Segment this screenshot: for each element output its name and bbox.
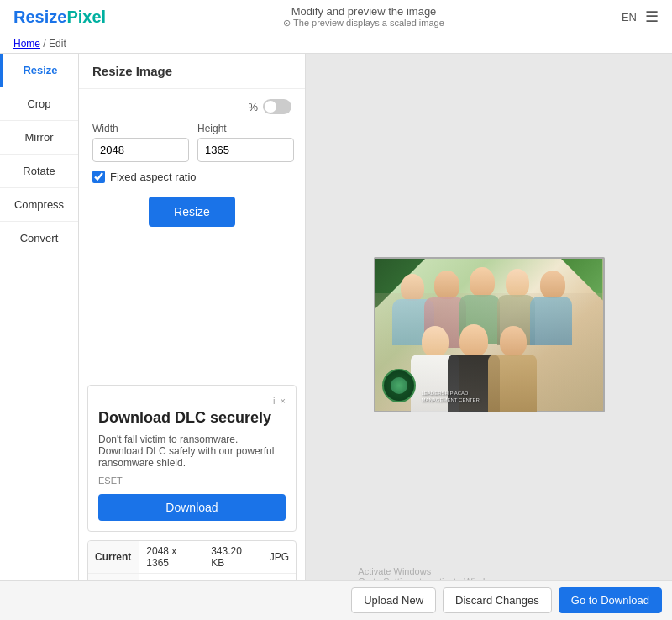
file-size: 343.20 KB bbox=[204, 541, 262, 574]
panel-body: % Width Height Fixed aspect rati bbox=[79, 89, 305, 376]
preview-image: LEADERSHIP ACADMANAGEMENT CENTER bbox=[374, 257, 605, 412]
content-panel: Resize Image % Width Height bbox=[79, 54, 306, 615]
height-label: Height bbox=[197, 123, 294, 134]
height-input[interactable] bbox=[197, 138, 294, 162]
ad-top-row: i × bbox=[98, 396, 286, 406]
aspect-ratio-label: Fixed aspect ratio bbox=[110, 171, 197, 183]
bottom-bar: Upload New Discard Changes Go to Downloa… bbox=[0, 580, 672, 620]
sidebar-item-mirror[interactable]: Mirror bbox=[0, 121, 78, 155]
sidebar-label-mirror: Mirror bbox=[25, 131, 54, 144]
aspect-ratio-checkbox[interactable] bbox=[92, 171, 105, 183]
header-center: Modify and preview the image The preview… bbox=[283, 5, 444, 29]
preview-area: LEADERSHIP ACADMANAGEMENT CENTER bbox=[306, 54, 672, 615]
wh-row: Width Height bbox=[92, 123, 291, 162]
ad-indicator: i bbox=[273, 396, 275, 406]
hamburger-icon[interactable]: ☰ bbox=[645, 8, 659, 26]
header-right: EN ☰ bbox=[622, 8, 659, 26]
logo: ResizePixel bbox=[13, 8, 106, 27]
sidebar-item-crop[interactable]: Crop bbox=[0, 87, 78, 121]
width-input[interactable] bbox=[92, 138, 189, 162]
sidebar-label-crop: Crop bbox=[27, 97, 50, 110]
sidebar-label-rotate: Rotate bbox=[23, 165, 55, 177]
sidebar: Resize Crop Mirror Rotate Compress Conve… bbox=[0, 54, 79, 615]
percent-label: % bbox=[248, 101, 258, 113]
ad-brand: ESET bbox=[98, 476, 286, 486]
upload-new-button[interactable]: Upload New bbox=[351, 587, 436, 613]
sidebar-item-convert[interactable]: Convert bbox=[0, 222, 78, 255]
table-row: Current 2048 x 1365 343.20 KB JPG bbox=[88, 541, 296, 574]
ad-box: i × Download DLC securely Don't fall vic… bbox=[87, 385, 297, 532]
header-title: Modify and preview the image bbox=[283, 5, 444, 18]
breadcrumb-home[interactable]: Home bbox=[13, 38, 40, 50]
photo-simulation: LEADERSHIP ACADMANAGEMENT CENTER bbox=[374, 257, 605, 412]
sidebar-label-resize: Resize bbox=[23, 64, 57, 76]
sidebar-item-compress[interactable]: Compress bbox=[0, 188, 78, 222]
percent-row: % bbox=[92, 99, 291, 114]
preview-note: The preview displays a scaled image bbox=[283, 18, 444, 29]
go-to-download-button[interactable]: Go to Download bbox=[559, 587, 662, 613]
width-group: Width bbox=[92, 123, 189, 162]
ad-download-button[interactable]: Download bbox=[98, 494, 286, 521]
toggle-knob bbox=[265, 101, 276, 113]
height-group: Height bbox=[197, 123, 294, 162]
file-dimensions: 2048 x 1365 bbox=[139, 541, 204, 574]
file-label: Current bbox=[88, 541, 139, 574]
sidebar-label-convert: Convert bbox=[20, 232, 59, 244]
logo-pixel: Pixel bbox=[66, 8, 106, 26]
breadcrumb: Home / Edit bbox=[0, 34, 672, 54]
breadcrumb-current: Edit bbox=[49, 38, 66, 50]
language-label: EN bbox=[622, 11, 637, 24]
header: ResizePixel Modify and preview the image… bbox=[0, 0, 672, 34]
logo-resize: Resize bbox=[13, 8, 66, 26]
ad-title: Download DLC securely bbox=[98, 409, 286, 427]
ad-close-icon[interactable]: × bbox=[281, 396, 286, 406]
discard-changes-button[interactable]: Discard Changes bbox=[443, 587, 552, 613]
panel-title: Resize Image bbox=[79, 54, 305, 89]
file-format: JPG bbox=[263, 541, 296, 574]
sidebar-label-compress: Compress bbox=[14, 198, 64, 211]
resize-button[interactable]: Resize bbox=[149, 197, 235, 227]
ad-description: Don't fall victim to ransomware. Downloa… bbox=[98, 433, 286, 469]
breadcrumb-separator: / bbox=[40, 38, 49, 50]
sidebar-item-rotate[interactable]: Rotate bbox=[0, 155, 78, 188]
main-layout: Resize Crop Mirror Rotate Compress Conve… bbox=[0, 54, 672, 615]
aspect-ratio-row: Fixed aspect ratio bbox=[92, 171, 291, 183]
width-label: Width bbox=[92, 123, 189, 134]
percent-toggle[interactable] bbox=[263, 99, 291, 114]
sidebar-item-resize[interactable]: Resize bbox=[0, 54, 78, 87]
